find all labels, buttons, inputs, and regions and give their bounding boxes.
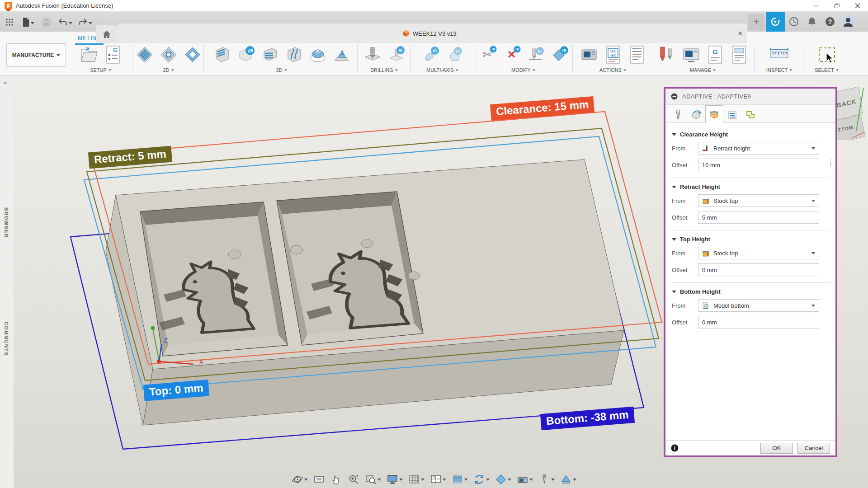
section-top-height[interactable]: Top Height xyxy=(672,236,829,243)
post-process-icon[interactable]: G1G2 xyxy=(603,45,623,65)
viewports-tool[interactable] xyxy=(429,473,448,486)
steps-tool[interactable] xyxy=(450,473,469,486)
restore-button[interactable] xyxy=(826,0,847,12)
adaptive-clearing-icon[interactable] xyxy=(212,45,232,65)
save-icon[interactable] xyxy=(41,16,52,28)
group-label-setup[interactable]: SETUP xyxy=(90,67,112,73)
group-label-actions[interactable]: ACTIONS xyxy=(599,67,627,73)
minimize-button[interactable] xyxy=(806,0,826,12)
bottom-offset-input[interactable]: 0 mm xyxy=(698,316,819,328)
dialog-tab-heights[interactable] xyxy=(705,105,723,123)
tool-library-icon[interactable] xyxy=(657,45,677,65)
file-menu-caret[interactable] xyxy=(31,22,34,24)
template-library-icon[interactable] xyxy=(729,45,749,65)
group-label-2d[interactable]: 2D xyxy=(163,67,174,73)
zoom-tool[interactable] xyxy=(346,473,361,486)
zoom-window-tool[interactable] xyxy=(363,473,382,486)
group-label-drilling[interactable]: DRILLING xyxy=(370,67,398,73)
bottom-from-dropdown[interactable]: Model bottom xyxy=(698,299,819,312)
machine-tool[interactable] xyxy=(515,473,534,486)
drill-icon[interactable] xyxy=(363,45,382,65)
simulate-caret[interactable] xyxy=(486,479,490,481)
notifications-bell-icon[interactable] xyxy=(803,12,821,32)
display-settings-tool[interactable] xyxy=(385,473,404,486)
expand-panel-icon[interactable]: » xyxy=(0,75,14,86)
group-label-3d[interactable]: 3D xyxy=(276,67,287,73)
parallel-icon[interactable] xyxy=(260,45,280,65)
section-caret[interactable] xyxy=(573,479,576,481)
clearance-offset-menu-icon[interactable]: ⋮ xyxy=(827,160,832,164)
cancel-button[interactable]: Cancel xyxy=(797,443,830,454)
clearance-offset-input[interactable]: 10 mm xyxy=(698,159,819,171)
undo-icon[interactable] xyxy=(57,16,69,28)
simulate-tool[interactable] xyxy=(472,473,491,486)
morph-icon[interactable] xyxy=(308,45,328,65)
dialog-tab-geometry[interactable] xyxy=(687,106,705,122)
tool-display-tool[interactable] xyxy=(537,473,556,486)
steps-caret[interactable] xyxy=(464,479,468,481)
group-label-modify[interactable]: MODIFY xyxy=(511,67,536,73)
retract-from-dropdown[interactable]: Stock top xyxy=(698,194,819,207)
orbit-tool[interactable] xyxy=(290,473,309,486)
group-label-select[interactable]: SELECT xyxy=(815,67,839,73)
flow-icon[interactable] xyxy=(284,45,304,65)
pan-tool[interactable] xyxy=(329,473,344,486)
close-window-button[interactable] xyxy=(847,0,868,12)
tool-display-caret[interactable] xyxy=(551,479,555,481)
view-cube[interactable]: BACK BOTTOM xyxy=(835,86,868,140)
feed-optimization-icon[interactable] xyxy=(526,45,546,65)
machine-caret[interactable] xyxy=(529,479,533,481)
undo-caret[interactable] xyxy=(69,22,72,24)
trim-toolpath-icon[interactable]: ✂ xyxy=(478,45,498,65)
document-close-icon[interactable]: ✕ xyxy=(735,28,745,38)
home-button[interactable] xyxy=(96,25,118,43)
clearance-from-dropdown[interactable]: Retract height xyxy=(698,142,819,155)
dialog-tab-linking[interactable] xyxy=(741,106,760,122)
job-status-button[interactable] xyxy=(766,12,785,32)
simulate-machine-icon[interactable] xyxy=(579,45,599,65)
look-at-tool[interactable] xyxy=(312,473,326,486)
file-menu-icon[interactable] xyxy=(20,16,32,28)
2d-adaptive-icon[interactable] xyxy=(135,45,155,65)
workspace-selector[interactable]: MANUFACTURE xyxy=(6,43,66,67)
sidebar-tab-comments[interactable]: COMMENTS xyxy=(4,322,9,356)
collapse-dialog-icon[interactable] xyxy=(671,93,678,100)
stock-tool[interactable] xyxy=(494,473,513,486)
setup-sheet-icon[interactable] xyxy=(627,45,647,65)
steep-and-shallow-icon[interactable] xyxy=(236,45,256,65)
zoom-window-caret[interactable] xyxy=(377,479,381,481)
document-tab[interactable]: WEEK12 V3 v13 xyxy=(402,23,457,43)
multi-axis-contour-icon[interactable] xyxy=(445,45,465,65)
section-clearance-height[interactable]: Clearance Height xyxy=(672,131,829,138)
section-retract-height[interactable]: Retract Height xyxy=(672,183,829,190)
group-label-multi-axis[interactable]: MULTI-AXIS xyxy=(426,67,459,73)
account-avatar[interactable] xyxy=(839,12,857,32)
post-library-icon[interactable]: G xyxy=(705,45,725,65)
grid-caret[interactable] xyxy=(421,479,425,481)
stock-caret[interactable] xyxy=(508,479,511,481)
viewports-caret[interactable] xyxy=(443,479,446,481)
section-bottom-height[interactable]: Bottom Height xyxy=(672,288,829,295)
retract-offset-input[interactable]: 5 mm xyxy=(698,211,819,224)
bore-icon[interactable] xyxy=(387,45,406,65)
new-setup-icon[interactable] xyxy=(79,45,99,65)
spiral-icon[interactable] xyxy=(332,45,352,65)
orbit-caret[interactable] xyxy=(304,479,308,481)
ok-button[interactable]: OK xyxy=(760,443,793,454)
sidebar-tab-browser[interactable]: BROWSER xyxy=(4,207,9,238)
dialog-tab-tool[interactable] xyxy=(669,106,687,122)
dialog-tab-passes[interactable] xyxy=(723,106,741,122)
info-icon[interactable] xyxy=(671,444,679,452)
redo-caret[interactable] xyxy=(89,22,92,24)
top-offset-input[interactable]: 0 mm xyxy=(698,263,819,276)
recent-clock-icon[interactable] xyxy=(785,12,803,32)
display-settings-caret[interactable] xyxy=(399,479,403,481)
group-label-inspect[interactable]: INSPECT xyxy=(766,67,793,73)
section-tool[interactable] xyxy=(559,473,578,486)
help-icon[interactable]: ? xyxy=(821,12,839,32)
group-label-manage[interactable]: MANAGE xyxy=(690,67,717,73)
apps-grid-icon[interactable] xyxy=(4,16,15,28)
delete-toolpath-icon[interactable]: ✕ xyxy=(502,45,522,65)
machine-library-icon[interactable] xyxy=(681,45,701,65)
grid-tool[interactable] xyxy=(407,473,426,486)
